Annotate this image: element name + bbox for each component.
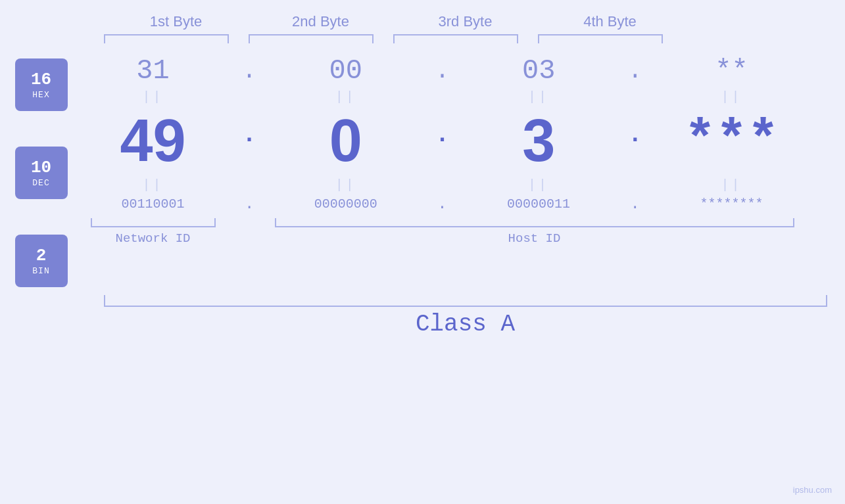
byte3-header: 3rd Byte: [393, 13, 538, 30]
hex-row: 31 . 00 . 03 . **: [81, 55, 804, 87]
hex-badge: 16 HEX: [15, 58, 68, 111]
dec-val-3: 3: [476, 107, 601, 175]
dec-dot-1: .: [242, 122, 256, 160]
dec-val-1: 49: [91, 107, 216, 175]
hex-dot-3: .: [628, 58, 642, 85]
hex-badge-label: HEX: [32, 90, 49, 100]
main-container: 1st Byte 2nd Byte 3rd Byte 4th Byte 16 H…: [0, 0, 845, 504]
data-rows: 31 . 00 . 03 . ** || ||: [81, 55, 804, 246]
hex-badge-num: 16: [31, 70, 51, 90]
hex-val-3: 03: [476, 55, 601, 87]
eq-row-1: || || || ||: [81, 87, 804, 107]
hex-dot-1: .: [242, 58, 256, 85]
bin-dot-2: .: [437, 195, 447, 213]
bin-dot-3: .: [631, 195, 640, 213]
dec-badge: 10 DEC: [15, 147, 68, 199]
bin-val-4: ********: [669, 196, 794, 212]
bin-badge: 2 BIN: [15, 235, 68, 287]
watermark: ipshu.com: [793, 485, 832, 495]
bin-badge-num: 2: [36, 246, 47, 266]
hex-val-4: **: [669, 55, 794, 87]
bracket-bottom-net: [91, 218, 216, 227]
byte4-header: 4th Byte: [538, 13, 683, 30]
hex-val-1: 31: [91, 55, 216, 87]
class-label: Class A: [104, 311, 827, 338]
byte2-header: 2nd Byte: [249, 13, 393, 30]
bracket-bottom-host: [275, 218, 794, 227]
dec-badge-label: DEC: [32, 178, 49, 188]
host-id-label: Host ID: [275, 231, 794, 246]
bracket-top-4: [538, 34, 663, 43]
bottom-brackets: [81, 213, 804, 227]
dec-row: 49 . 0 . 3 . ***: [81, 107, 804, 175]
bin-val-1: 00110001: [91, 196, 216, 212]
dec-dot-2: .: [435, 122, 450, 160]
bin-dot-1: .: [245, 195, 254, 213]
bracket-top-2: [249, 34, 374, 43]
dec-val-4: ***: [669, 111, 794, 171]
bracket-top-1: [104, 34, 229, 43]
network-id-label: Network ID: [91, 231, 216, 246]
bin-val-3: 00000011: [476, 196, 601, 212]
eq-row-2: || || || ||: [81, 175, 804, 195]
bin-badge-label: BIN: [32, 266, 49, 276]
bin-row: 00110001 . 00000000 . 00000011 . *******…: [81, 195, 804, 213]
id-labels: Network ID Host ID: [81, 227, 804, 246]
dec-badge-num: 10: [31, 158, 51, 178]
bin-val-2: 00000000: [283, 196, 408, 212]
byte1-header: 1st Byte: [104, 13, 249, 30]
bracket-top-3: [393, 34, 518, 43]
hex-dot-2: .: [435, 58, 450, 85]
badges-column: 16 HEX 10 DEC 2 BIN: [15, 58, 68, 287]
hex-val-2: 00: [283, 55, 408, 87]
class-bracket: [104, 295, 827, 307]
dec-dot-3: .: [628, 122, 642, 160]
dec-val-2: 0: [283, 107, 408, 175]
